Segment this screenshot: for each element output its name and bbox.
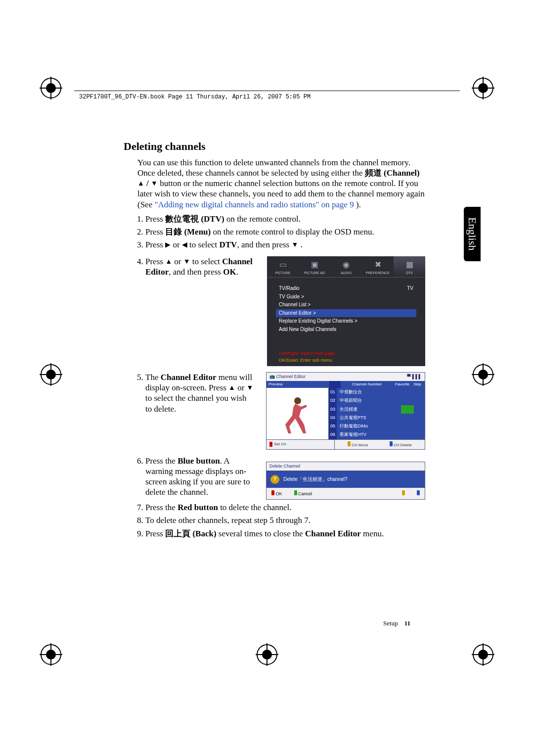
step-6: Press the Blue button. A warning message… xyxy=(145,456,425,500)
step-8: To delete other channels, repeat step 5 … xyxy=(145,515,425,525)
page-footer: Setup 11 xyxy=(383,619,410,627)
red-button-icon xyxy=(269,442,272,447)
yellow-button-icon xyxy=(348,441,351,446)
reg-mark-icon xyxy=(40,363,62,386)
signal-icon: ▝▘▌▌▌ xyxy=(405,374,422,379)
osd-tab-icon: ▦ xyxy=(395,259,424,270)
step-1: Press 數位電視 (DTV) on the remote control. xyxy=(145,214,425,224)
reg-mark-icon xyxy=(256,643,278,666)
step-2: Press 目錄 (Menu) on the remote control to… xyxy=(145,227,425,237)
language-tab: English xyxy=(464,207,481,261)
channel-row: 02中視新聞台 xyxy=(329,396,425,405)
reg-mark-icon xyxy=(40,77,62,99)
reg-mark-icon xyxy=(472,363,494,386)
green-button-icon xyxy=(294,490,297,495)
arrow-up-icon: ▲ xyxy=(137,179,144,188)
delete-dialog-screenshot: Delete Channel ? Delete「生活頻道」channel? OK… xyxy=(266,462,425,500)
step-3: Press ▶ or ◀ to select DTV, and then pre… xyxy=(145,239,425,250)
svg-point-28 xyxy=(294,397,301,404)
header-source: 32PF1700T_96_DTV-EN.book Page 11 Thursda… xyxy=(79,94,311,100)
blue-button-icon xyxy=(417,490,420,495)
osd-tab: ▦DTV xyxy=(394,256,425,278)
reg-mark-icon xyxy=(472,643,494,666)
arrow-right-icon: ▶ xyxy=(165,240,171,249)
steps-list: Press 數位電視 (DTV) on the remote control. … xyxy=(135,214,425,539)
osd-tab: ◉AUDIO xyxy=(330,256,362,278)
osd-hint: OK/Down: Enter sub menu. xyxy=(267,358,425,366)
cross-reference-link[interactable]: "Adding new digital channels and radio s… xyxy=(154,200,354,209)
reg-mark-icon xyxy=(472,77,494,99)
question-icon: ? xyxy=(270,475,279,484)
arrow-up-icon: ▲ xyxy=(228,383,235,392)
blue-button-icon xyxy=(390,441,393,446)
osd-menu-screenshot: ▭PICTURE▣PICTURE AD◉AUDIO✖PREFERENCE▦DTV… xyxy=(267,256,425,366)
osd-menu-item: Channel List > xyxy=(276,301,416,309)
section-title: Deleting channels xyxy=(124,140,425,153)
tv-icon: 📺 xyxy=(269,374,275,379)
osd-hint: Left/Right: Select main page. xyxy=(267,349,425,357)
step-5: The Channel Editor menu will display on-… xyxy=(145,372,425,450)
osd-menu-item: Replace Existing Digital Channels > xyxy=(276,317,416,326)
osd-menu-item: Add New Digital Channels xyxy=(276,326,416,334)
step-7: Press the Red button to delete the chann… xyxy=(145,502,425,513)
channel-row: 06客家電視HTV xyxy=(329,430,425,439)
channel-row: 04公共電視PTS xyxy=(329,414,425,422)
red-button-icon xyxy=(271,490,274,495)
osd-tab-icon: ▣ xyxy=(300,259,329,270)
channel-editor-screenshot: 📺 Channel Editor ▝▘▌▌▌ Preview xyxy=(266,372,425,450)
arrow-down-icon: ▼ xyxy=(183,257,190,266)
arrow-down-icon: ▼ xyxy=(247,383,254,392)
channel-row: 03生活頻道 xyxy=(329,405,425,414)
arrow-up-icon: ▲ xyxy=(165,257,172,266)
arrow-down-icon: ▼ xyxy=(151,179,158,188)
channel-row: 01中視數位台 xyxy=(329,388,425,396)
content-area: Deleting channels You can use this funct… xyxy=(124,140,425,541)
runner-icon xyxy=(280,395,315,434)
step-4: Press ▲ or ▼ to select Channel Editor, a… xyxy=(145,256,425,366)
reg-mark-icon xyxy=(40,643,62,666)
osd-tab-icon: ✖ xyxy=(363,259,393,270)
page: 32PF1700T_96_DTV-EN.book Page 11 Thursda… xyxy=(0,0,534,756)
osd-tab-icon: ◉ xyxy=(331,259,361,270)
header-rule xyxy=(74,91,460,91)
osd-menu-item: TV Guide > xyxy=(276,293,416,301)
osd-tab: ▭PICTURE xyxy=(267,256,299,278)
osd-tab: ▣PICTURE AD xyxy=(299,256,330,278)
yellow-button-icon xyxy=(402,490,405,495)
osd-menu-item: Channel Editor > xyxy=(276,309,416,318)
osd-menu-item: TV/RadioTV xyxy=(276,284,416,293)
channel-row: 05行動電視DiMo xyxy=(329,422,425,430)
arrow-left-icon: ◀ xyxy=(182,240,187,249)
osd-tab: ✖PREFERENCE xyxy=(362,256,394,278)
step-9: Press 回上頁 (Back) several times to close … xyxy=(145,528,425,539)
intro-paragraph: You can use this function to delete unwa… xyxy=(137,157,425,210)
preview-image xyxy=(267,388,328,436)
osd-tab-icon: ▭ xyxy=(268,259,298,270)
arrow-down-icon: ▼ xyxy=(291,240,298,249)
